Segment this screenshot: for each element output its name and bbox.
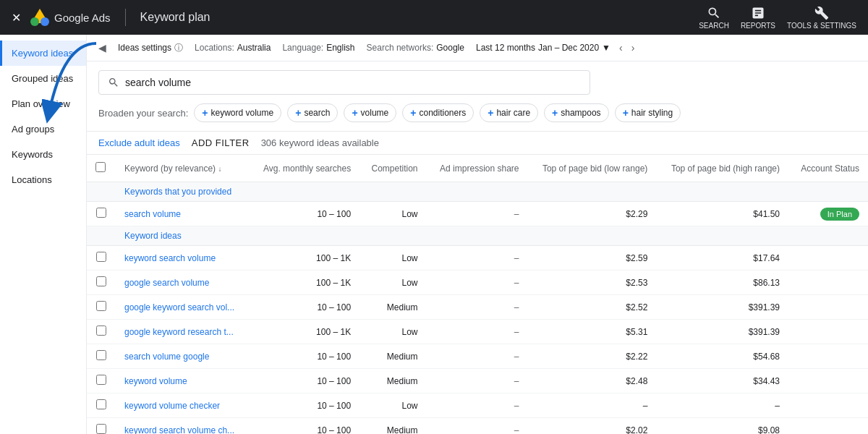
language-setting: Language: English — [282, 43, 354, 53]
row-avg-searches: 10 – 100 — [250, 418, 359, 435]
row-checkbox[interactable] — [96, 375, 106, 385]
ideas-settings-bar: ◀ Ideas settings ⓘ Locations: Australia … — [87, 35, 868, 61]
broaden-chip-volume[interactable]: + volume — [344, 103, 396, 122]
plus-icon: + — [623, 107, 629, 119]
row-impression-share: – — [427, 295, 528, 320]
row-checkbox-cell[interactable] — [87, 393, 116, 418]
sidebar-item-grouped-ideas[interactable]: Grouped ideas — [0, 66, 86, 91]
page-title: Keyword plan — [140, 11, 210, 24]
row-checkbox-cell[interactable] — [87, 271, 116, 295]
broaden-chip-hair-care[interactable]: + hair care — [480, 103, 538, 122]
plus-icon: + — [202, 107, 208, 119]
row-checkbox-cell[interactable] — [87, 202, 116, 226]
row-checkbox-cell[interactable] — [87, 369, 116, 393]
row-checkbox[interactable] — [96, 399, 106, 409]
row-impression-share: – — [427, 369, 528, 393]
date-range-selector[interactable]: Last 12 months Jan – Dec 2020 ▼ ‹ › — [476, 41, 637, 55]
broaden-chip-search[interactable]: + search — [287, 103, 338, 122]
table-row: keyword search volume 100 – 1K Low – $2.… — [87, 246, 868, 271]
th-checkbox — [87, 155, 116, 182]
row-bid-low: $2.29 — [528, 202, 657, 226]
row-checkbox-cell[interactable] — [87, 246, 116, 271]
row-impression-share: – — [427, 344, 528, 369]
search-nav-label: SEARCH — [699, 22, 729, 30]
search-bar[interactable] — [98, 70, 590, 95]
table-header-row: Keyword (by relevance) ↓ Avg. monthly se… — [87, 155, 868, 182]
plus-icon: + — [410, 107, 416, 119]
row-avg-searches: 100 – 1K — [250, 271, 359, 295]
sidebar-item-plan-overview[interactable]: Plan overview — [0, 91, 86, 116]
dropdown-icon: ▼ — [602, 43, 610, 53]
row-status: In Plan — [788, 202, 868, 226]
row-keyword[interactable]: keyword search volume — [116, 246, 250, 271]
filter-bar: Exclude adult ideas ADD FILTER 306 keywo… — [87, 131, 868, 155]
row-checkbox[interactable] — [96, 252, 106, 262]
row-impression-share: – — [427, 271, 528, 295]
row-checkbox[interactable] — [96, 350, 106, 360]
sidebar: Keyword ideas Grouped ideas Plan overvie… — [0, 35, 87, 434]
keyword-search-input[interactable] — [125, 77, 581, 88]
row-keyword[interactable]: search volume google — [116, 344, 250, 369]
row-impression-share: – — [427, 202, 528, 226]
row-avg-searches: 10 – 100 — [250, 344, 359, 369]
row-keyword[interactable]: google keyword research t... — [116, 320, 250, 344]
main-content: ◀ Ideas settings ⓘ Locations: Australia … — [87, 35, 868, 434]
row-keyword[interactable]: google keyword search vol... — [116, 295, 250, 320]
next-date-button[interactable]: › — [629, 41, 638, 55]
row-keyword[interactable]: keyword volume checker — [116, 393, 250, 418]
row-competition: Medium — [359, 369, 426, 393]
info-icon[interactable]: ⓘ — [174, 42, 183, 54]
th-bid-low: Top of page bid (low range) — [528, 155, 657, 182]
table-row: google keyword research t... 100 – 1K Lo… — [87, 320, 868, 344]
row-impression-share: – — [427, 418, 528, 435]
row-keyword[interactable]: keyword search volume ch... — [116, 418, 250, 435]
row-checkbox-cell[interactable] — [87, 295, 116, 320]
location-setting: Locations: Australia — [195, 43, 271, 53]
close-icon[interactable]: ✕ — [12, 11, 21, 25]
search-nav-button[interactable]: SEARCH — [699, 6, 729, 30]
row-keyword[interactable]: search volume — [116, 202, 250, 226]
sidebar-item-ad-groups[interactable]: Ad groups — [0, 116, 86, 142]
row-checkbox-cell[interactable] — [87, 320, 116, 344]
sidebar-item-locations[interactable]: Locations — [0, 167, 86, 192]
row-checkbox[interactable] — [96, 276, 106, 286]
exclude-adult-link[interactable]: Exclude adult ideas — [98, 137, 180, 148]
row-keyword[interactable]: keyword volume — [116, 369, 250, 393]
prev-date-button[interactable]: ‹ — [616, 41, 626, 55]
broaden-chip-hair-styling[interactable]: + hair styling — [615, 103, 681, 122]
reports-nav-button[interactable]: REPORTS — [741, 6, 775, 30]
row-checkbox-cell[interactable] — [87, 344, 116, 369]
section-ideas-row: Keyword ideas — [87, 226, 868, 246]
th-bid-high: Top of page bid (high range) — [656, 155, 788, 182]
broaden-search-section: Broaden your search: + keyword volume + … — [87, 103, 868, 131]
row-bid-high: $391.39 — [656, 295, 788, 320]
sort-arrow-icon: ↓ — [218, 165, 221, 173]
th-keyword[interactable]: Keyword (by relevance) ↓ — [116, 155, 250, 182]
broaden-chip-shampoos[interactable]: + shampoos — [544, 103, 609, 122]
row-checkbox[interactable] — [96, 208, 106, 218]
th-avg-searches: Avg. monthly searches — [250, 155, 359, 182]
row-status — [788, 393, 868, 418]
search-icon — [707, 6, 721, 20]
row-checkbox-cell[interactable] — [87, 418, 116, 435]
add-filter-button[interactable]: ADD FILTER — [192, 137, 250, 148]
sidebar-item-keyword-ideas[interactable]: Keyword ideas — [0, 41, 86, 66]
row-keyword[interactable]: google search volume — [116, 271, 250, 295]
nav-icons: SEARCH REPORTS TOOLS & SETTINGS — [699, 6, 856, 30]
broaden-chip-conditioners[interactable]: + conditioners — [402, 103, 474, 122]
row-bid-low: $2.53 — [528, 271, 657, 295]
plus-icon: + — [295, 107, 301, 119]
row-bid-low: $2.48 — [528, 369, 657, 393]
row-status — [788, 271, 868, 295]
select-all-checkbox[interactable] — [95, 162, 106, 172]
row-competition: Medium — [359, 295, 426, 320]
broaden-chip-keyword-volume[interactable]: + keyword volume — [194, 103, 281, 122]
svg-point-1 — [41, 17, 49, 26]
row-checkbox[interactable] — [96, 301, 106, 311]
tools-nav-button[interactable]: TOOLS & SETTINGS — [787, 6, 856, 30]
row-status — [788, 246, 868, 271]
row-checkbox[interactable] — [96, 326, 106, 336]
sidebar-item-keywords[interactable]: Keywords — [0, 142, 86, 167]
row-checkbox[interactable] — [96, 424, 106, 434]
collapse-button[interactable]: ◀ — [98, 42, 106, 54]
